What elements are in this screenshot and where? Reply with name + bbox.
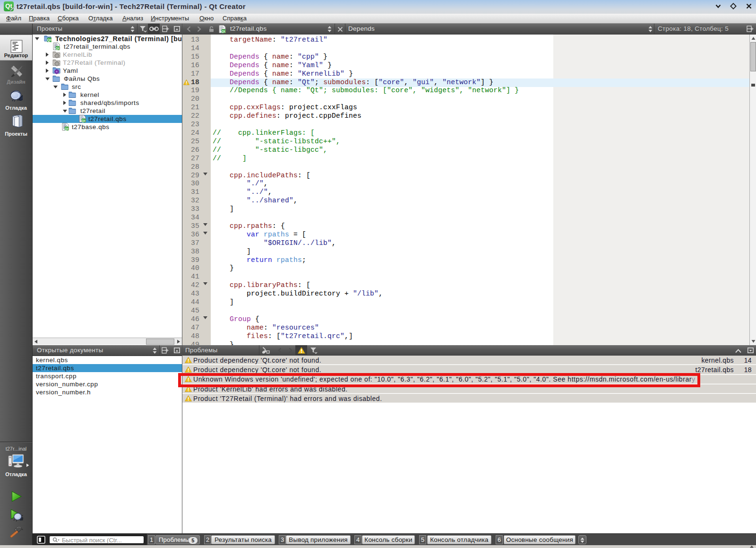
svg-text:Qt: Qt: [47, 38, 52, 42]
svg-text:Qt: Qt: [222, 30, 225, 34]
svg-text:Qt: Qt: [65, 127, 69, 131]
svg-text:Qt: Qt: [56, 47, 60, 51]
svg-text:Qt: Qt: [82, 119, 86, 123]
